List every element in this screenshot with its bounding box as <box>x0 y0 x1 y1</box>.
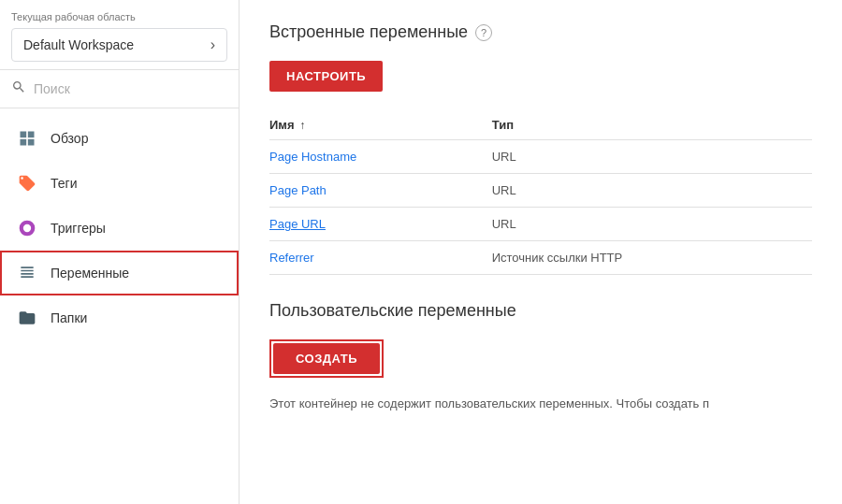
help-icon[interactable]: ? <box>475 24 492 41</box>
sort-arrow-icon: ↑ <box>299 119 305 132</box>
var-type: URL <box>492 140 812 174</box>
var-name-link[interactable]: Page URL <box>269 217 326 231</box>
create-button-wrap: СОЗДАТЬ <box>269 339 384 378</box>
workspace-name: Default Workspace <box>23 37 134 52</box>
builtin-section-title: Встроенные переменные ? <box>269 22 812 42</box>
variables-table: Имя ↑ Тип Page Hostname URL Page Path UR… <box>269 110 812 275</box>
col-name-header[interactable]: Имя ↑ <box>269 110 492 140</box>
workspace-label: Текущая рабочая область <box>11 11 227 22</box>
sidebar-item-tags-label: Теги <box>51 176 77 191</box>
svg-point-5 <box>23 224 31 232</box>
sidebar-item-tags[interactable]: Теги <box>0 161 239 206</box>
table-row: Page Path URL <box>269 174 812 208</box>
search-icon <box>11 79 26 98</box>
search-box <box>11 79 227 98</box>
sidebar-item-overview-label: Обзор <box>51 131 88 146</box>
workspace-section: Текущая рабочая область Default Workspac… <box>0 0 239 70</box>
var-name-link[interactable]: Referrer <box>269 251 314 265</box>
search-section <box>0 70 239 108</box>
sidebar-item-variables-label: Переменные <box>51 266 129 281</box>
sidebar-item-variables[interactable]: Переменные <box>0 251 239 295</box>
table-row: Referrer Источник ссылки HTTP <box>269 241 812 275</box>
sidebar-item-triggers[interactable]: Триггеры <box>0 206 239 251</box>
workspace-button[interactable]: Default Workspace › <box>11 28 227 62</box>
user-section-title: Пользовательские переменные <box>269 301 812 321</box>
user-section: Пользовательские переменные СОЗДАТЬ Этот… <box>269 301 812 410</box>
table-row: Page Hostname URL <box>269 140 812 174</box>
var-type: URL <box>492 174 812 208</box>
search-input[interactable] <box>34 81 227 96</box>
sidebar-item-triggers-label: Триггеры <box>51 221 106 236</box>
table-row: Page URL URL <box>269 208 812 241</box>
variables-icon <box>17 263 37 283</box>
sidebar-item-folders[interactable]: Папки <box>0 295 239 340</box>
col-type-header: Тип <box>492 110 812 140</box>
var-name-link[interactable]: Page Hostname <box>269 150 356 164</box>
tags-icon <box>17 173 37 194</box>
svg-rect-3 <box>28 139 35 146</box>
var-type: URL <box>492 208 812 241</box>
var-name-link[interactable]: Page Path <box>269 183 327 197</box>
chevron-right-icon: › <box>210 36 215 53</box>
nav-items: Обзор Теги Триггеры Переменные <box>0 108 239 504</box>
create-button[interactable]: СОЗДАТЬ <box>273 343 380 374</box>
empty-text: Этот контейнер не содержит пользовательс… <box>269 396 812 410</box>
sidebar-item-overview[interactable]: Обзор <box>0 116 239 161</box>
triggers-icon <box>17 218 37 238</box>
main-content: Встроенные переменные ? НАСТРОИТЬ Имя ↑ … <box>240 0 842 504</box>
var-type: Источник ссылки HTTP <box>492 241 812 275</box>
configure-button[interactable]: НАСТРОИТЬ <box>269 61 383 92</box>
folders-icon <box>17 308 37 328</box>
sidebar-item-folders-label: Папки <box>51 310 87 325</box>
svg-rect-1 <box>28 132 35 138</box>
variables-table-body: Page Hostname URL Page Path URL Page URL… <box>269 140 812 275</box>
overview-icon <box>17 128 37 149</box>
svg-rect-0 <box>21 132 27 138</box>
svg-rect-2 <box>21 139 27 146</box>
sidebar: Текущая рабочая область Default Workspac… <box>0 0 240 504</box>
builtin-title-text: Встроенные переменные <box>269 22 468 42</box>
